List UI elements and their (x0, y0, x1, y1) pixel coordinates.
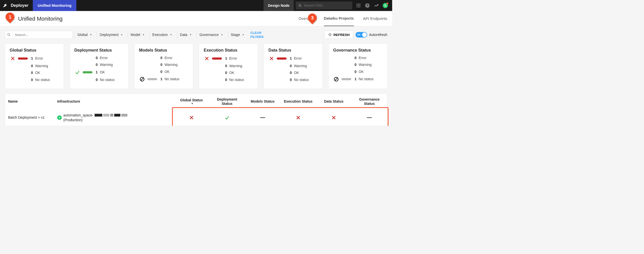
empty-set-icon (139, 76, 145, 82)
status-count: 0 (289, 64, 292, 68)
status-row: 0 No status (204, 78, 253, 82)
status-label: No status (359, 77, 373, 81)
status-row: 0 No status (74, 78, 124, 82)
svg-point-13 (8, 33, 10, 35)
th-models-status[interactable]: Models Status (245, 97, 280, 106)
card-title: Data Status (268, 48, 318, 53)
status-bar (18, 57, 28, 60)
chevron-down-icon: ▼ (221, 34, 223, 36)
help-icon: ? (365, 3, 370, 8)
status-card[interactable]: Models Status 0 Error 0 Warning 0 OK 1 N… (134, 43, 193, 89)
status-count: 0 (224, 71, 227, 75)
x-icon (331, 115, 336, 120)
filter-search-input[interactable] (13, 33, 72, 37)
status-label: No status (294, 78, 309, 82)
status-count: 0 (353, 70, 356, 74)
autorefresh-label: Autorefresh (369, 33, 387, 37)
status-count: 0 (30, 71, 33, 75)
filter-execution[interactable]: Execution▼ (149, 31, 175, 39)
global-search[interactable] (296, 2, 352, 10)
nav-tab-unified-monitoring[interactable]: Unified Monitoring (33, 0, 76, 11)
cell-deployment-status (209, 115, 245, 120)
th-global-status[interactable]: Global Status▾ (174, 97, 209, 106)
tab-api-endpoints[interactable]: API Endpoints (363, 11, 387, 26)
tab-dataiku-projects[interactable]: Dataiku Projects (324, 11, 354, 26)
status-card[interactable]: Execution Status 1 Error 0 Warning 0 OK … (199, 43, 258, 89)
filter-deployment[interactable]: Deployment▼ (97, 31, 125, 39)
th-infrastructure[interactable]: Infrastructure (54, 97, 174, 106)
svg-point-3 (358, 4, 359, 5)
clear-filters-link[interactable]: CLEAR FILTERS (250, 31, 266, 39)
status-label: OK (164, 70, 169, 74)
svg-point-4 (360, 4, 360, 5)
status-cards: Global Status 1 Error 0 Warning 0 OK 0 N… (0, 43, 392, 94)
status-count: 0 (30, 64, 33, 68)
search-icon (7, 33, 10, 36)
svg-point-6 (358, 5, 359, 6)
status-row: 0 Warning (204, 64, 253, 68)
svg-point-2 (357, 4, 357, 5)
svg-point-10 (360, 7, 360, 7)
x-icon (269, 56, 274, 61)
filter-search[interactable] (5, 31, 72, 39)
chevron-down-icon: ▼ (170, 34, 172, 36)
svg-text:?: ? (366, 4, 368, 7)
status-count: 0 (159, 63, 162, 67)
cell-name: Batch Deployment > v1 (5, 115, 54, 119)
status-label: No status (229, 78, 244, 82)
status-count: 0 (159, 56, 162, 60)
cell-execution-status (280, 115, 316, 120)
svg-line-18 (141, 78, 144, 81)
status-card[interactable]: Deployment Status 0 Error 0 Warning 1 OK… (69, 43, 128, 89)
redacted-text (95, 114, 127, 117)
refresh-button[interactable]: REFRESH (325, 31, 353, 39)
autorefresh-toggle[interactable]: ON (355, 32, 367, 37)
status-row: 0 OK (204, 71, 253, 75)
svg-point-9 (358, 7, 359, 7)
status-row: 0 OK (268, 71, 318, 75)
status-label: Error (359, 56, 366, 60)
dash-icon (260, 117, 265, 118)
status-label: OK (359, 70, 364, 74)
chevron-down-icon: ▼ (190, 34, 192, 36)
th-name[interactable]: Name (5, 97, 54, 106)
filter-global[interactable]: Global▼ (75, 31, 95, 39)
user-avatar[interactable]: S (383, 3, 388, 8)
brand-name[interactable]: Deployer (10, 3, 33, 8)
page-header: Unified Monitoring Overview Dataiku Proj… (0, 11, 392, 26)
chevron-down-icon: ▼ (142, 34, 145, 36)
help-button[interactable]: ? (365, 3, 370, 8)
node-selector[interactable]: Design Node (264, 0, 294, 11)
filter-bar: Global▼ Deployment▼ Model▼ Execution▼ Da… (0, 26, 392, 43)
th-deployment-status[interactable]: Deployment Status (209, 97, 245, 106)
filter-stage[interactable]: Stage▼ (228, 31, 247, 39)
chevron-down-icon: ▼ (242, 34, 244, 36)
global-search-input[interactable] (304, 4, 349, 8)
apps-grid-button[interactable] (356, 3, 361, 8)
cell-data-status (316, 115, 351, 120)
card-title: Execution Status (204, 48, 253, 53)
status-row: 0 OK (139, 70, 188, 74)
status-card[interactable]: Global Status 1 Error 0 Warning 0 OK 0 N… (5, 43, 64, 89)
status-row: 0 No status (268, 78, 318, 82)
svg-point-7 (360, 5, 360, 6)
filter-data[interactable]: Data▼ (177, 31, 194, 39)
app-logo[interactable] (0, 0, 10, 11)
table-row[interactable]: Batch Deployment > v1 automation_space- … (5, 109, 387, 126)
filter-model[interactable]: Model▼ (128, 31, 147, 39)
th-execution-status[interactable]: Execution Status (280, 97, 316, 106)
x-icon (204, 56, 209, 61)
status-count: 0 (159, 70, 162, 74)
status-card[interactable]: Data Status 1 Error 0 Warning 0 OK 0 No … (264, 43, 323, 89)
status-card[interactable]: Governance Status 0 Error 0 Warning 0 OK… (328, 43, 387, 89)
status-row: 1 Error (204, 56, 253, 61)
filter-governance[interactable]: Governance▼ (197, 31, 226, 39)
status-bar (212, 57, 222, 60)
svg-line-24 (335, 78, 338, 81)
page-title: Unified Monitoring (18, 15, 299, 22)
activity-button[interactable] (374, 3, 379, 8)
svg-line-1 (300, 6, 301, 7)
th-data-status[interactable]: Data Status (316, 97, 351, 106)
th-governance-status[interactable]: Governance Status (351, 97, 387, 106)
status-row: 1 No status (333, 76, 382, 82)
